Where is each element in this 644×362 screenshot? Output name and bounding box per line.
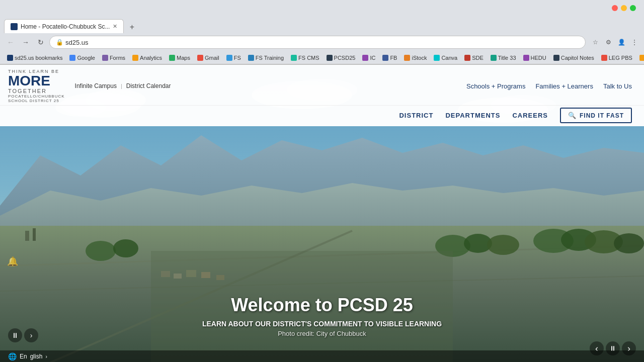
toolbar-icons: ☆ ⚙ 👤 ⋮ [590, 37, 640, 48]
svg-point-10 [113, 239, 138, 257]
bookmark-legpbs[interactable]: LEG PBS [598, 54, 635, 62]
hero-subtitle: Learn about our district's commitment to… [0, 320, 644, 328]
next-slide-small-button[interactable]: › [24, 328, 38, 342]
bookmark-pcsd25[interactable]: PCSD25 [324, 54, 359, 62]
header-right-top: Schools + Programs Families + Learners T… [466, 82, 632, 90]
infinite-campus-link[interactable]: Infinite Campus [75, 82, 117, 89]
browser-chrome: Home - Pocatello-Chubbuck Sc... ✕ + ← → … [0, 0, 644, 65]
bookmark-fstraining[interactable]: FS Training [245, 54, 287, 62]
bookmark-favicon [491, 55, 497, 61]
extensions-icon[interactable]: ⚙ [603, 37, 614, 48]
tab-bar: Home - Pocatello-Chubbuck Sc... ✕ + [0, 16, 644, 33]
find-it-fast-label: FIND IT FAST [580, 112, 624, 119]
bookmark-favicon [291, 55, 297, 61]
bookmark-favicon [639, 55, 644, 61]
website-content: THINK LEARN BE MORE TOGETHER POCATELLO/C… [0, 65, 644, 362]
new-tab-button[interactable]: + [126, 21, 138, 33]
bookmark-title33[interactable]: Title 33 [488, 54, 519, 62]
bookmark-gmail[interactable]: Gmail [194, 54, 222, 62]
svg-point-13 [487, 235, 519, 255]
active-tab[interactable]: Home - Pocatello-Chubbuck Sc... ✕ [4, 19, 124, 33]
bookmark-fs[interactable]: FS [223, 54, 244, 62]
bookmark-favicon [404, 55, 410, 61]
header-left: THINK LEARN BE MORE TOGETHER POCATELLO/C… [8, 69, 171, 103]
departments-nav-link[interactable]: DEPARTMENTS [445, 112, 500, 119]
bookmark-eyeonboise[interactable]: Eye on Boise [636, 54, 644, 62]
district-nav-link[interactable]: DISTRICT [399, 112, 433, 119]
bookmark-favicon [197, 55, 203, 61]
notification-bell[interactable]: 🔔 [7, 256, 18, 267]
svg-rect-21 [186, 270, 196, 277]
bookmark-canva[interactable]: Canva [431, 54, 460, 62]
bookmark-favicon [601, 55, 607, 61]
hero-photo-credit: Photo credit: City of Chubbuck [0, 330, 644, 337]
bookmark-ic[interactable]: IC [359, 54, 378, 62]
bookmark-forms[interactable]: Forms [99, 54, 128, 62]
site-logo[interactable]: THINK LEARN BE MORE TOGETHER POCATELLO/C… [8, 69, 65, 103]
globe-icon: 🌐 [8, 352, 17, 360]
svg-rect-7 [25, 231, 29, 241]
hero-title: Welcome to PCSD 25 [0, 295, 644, 316]
bookmark-google[interactable]: Google [66, 54, 98, 62]
logo-main-text: MORE [8, 74, 65, 88]
svg-point-17 [614, 233, 644, 253]
maximize-window-btn[interactable] [630, 5, 636, 11]
schools-programs-link[interactable]: Schools + Programs [466, 82, 525, 90]
forward-button[interactable]: → [19, 36, 32, 49]
bookmark-favicon [434, 55, 440, 61]
svg-rect-20 [174, 274, 182, 279]
back-button[interactable]: ← [4, 36, 17, 49]
chevron-right-small-icon: › [30, 331, 33, 339]
search-icon: 🔍 [568, 112, 577, 119]
bookmark-hedu[interactable]: HEDU [520, 54, 549, 62]
language-bar: 🌐 En glish › [0, 350, 644, 362]
bookmark-istock[interactable]: iStock [401, 54, 430, 62]
address-bar-row: ← → ↻ 🔒 sd25.us ☆ ⚙ 👤 ⋮ [0, 33, 644, 51]
hero-subtitle-pre: Learn about our district's commitment to [202, 320, 376, 328]
svg-rect-8 [33, 228, 36, 241]
bookmark-favicon [362, 55, 368, 61]
minimize-window-btn[interactable] [621, 5, 627, 11]
bookmark-favicon [132, 55, 138, 61]
tab-close-btn[interactable]: ✕ [113, 23, 117, 30]
address-bar[interactable]: 🔒 sd25.us [49, 36, 586, 49]
slider-left-controls: ⏸ › [8, 328, 38, 342]
bookmark-favicon [327, 55, 333, 61]
header-top: THINK LEARN BE MORE TOGETHER POCATELLO/C… [0, 65, 644, 105]
bookmark-icon[interactable]: ☆ [590, 37, 601, 48]
bookmark-capnotes[interactable]: Capitol Notes [550, 54, 597, 62]
refresh-button[interactable]: ↻ [34, 36, 47, 49]
logo-together: TOGETHER [8, 88, 65, 94]
close-window-btn[interactable] [612, 5, 618, 11]
svg-rect-22 [201, 272, 210, 278]
url-display: sd25.us [65, 39, 89, 46]
bookmark-analytics[interactable]: Analytics [129, 54, 165, 62]
bell-icon: 🔔 [7, 256, 18, 266]
hero-content: Welcome to PCSD 25 Learn about our distr… [0, 295, 644, 337]
bookmark-sde[interactable]: SDE [461, 54, 487, 62]
careers-nav-link[interactable]: CAREERS [512, 112, 548, 119]
bookmark-favicon [248, 55, 254, 61]
bookmark-sd25[interactable]: sd25.us bookmarks [4, 54, 65, 62]
profile-icon[interactable]: 👤 [616, 37, 627, 48]
bookmark-fscms[interactable]: FS CMS [288, 54, 323, 62]
pause-button[interactable]: ⏸ [8, 328, 22, 342]
bookmark-fb[interactable]: FB [379, 54, 400, 62]
families-learners-link[interactable]: Families + Learners [535, 82, 593, 90]
quick-links: Infinite Campus | District Calendar [75, 82, 171, 89]
bookmark-favicon [523, 55, 529, 61]
svg-point-9 [86, 241, 116, 261]
logo-district2: SCHOOL DISTRICT 25 [8, 99, 65, 103]
talk-to-us-link[interactable]: Talk to Us [603, 82, 632, 90]
bookmark-favicon [7, 55, 13, 61]
bookmark-favicon [102, 55, 108, 61]
site-header: THINK LEARN BE MORE TOGETHER POCATELLO/C… [0, 65, 644, 126]
district-calendar-link[interactable]: District Calendar [126, 82, 171, 89]
find-it-fast-button[interactable]: 🔍 FIND IT FAST [560, 108, 632, 123]
tab-favicon [11, 23, 18, 30]
bookmarks-bar: sd25.us bookmarks Google Forms Analytics… [0, 51, 644, 64]
bookmark-favicon [69, 55, 75, 61]
bookmark-maps[interactable]: Maps [166, 54, 193, 62]
settings-icon[interactable]: ⋮ [629, 37, 640, 48]
language-selector[interactable]: En [20, 353, 27, 360]
